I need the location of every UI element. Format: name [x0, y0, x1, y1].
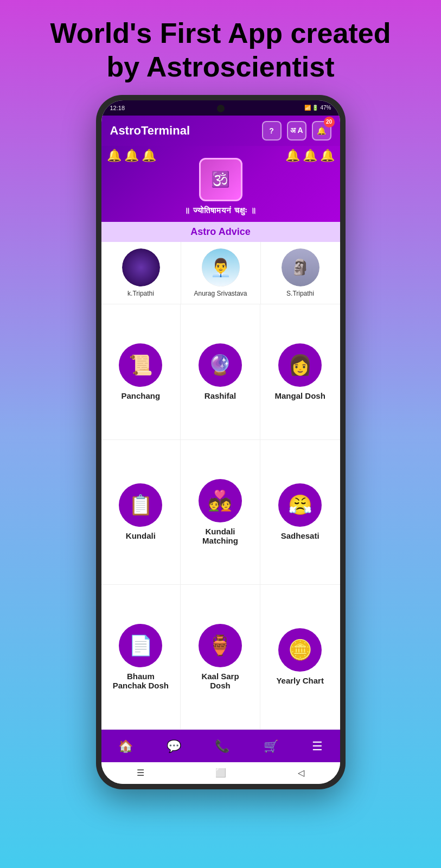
astrologer-name-0: k.Tripathi — [127, 290, 154, 297]
banner: 🔔 🔔 🔔 🔔 🔔 🔔 🕉️ ॥ ज्योतिषामयनं चक्षुः ॥ — [101, 146, 340, 222]
panchang-label: Panchang — [121, 391, 160, 400]
astrologer-name-1: Anurag Srivastava — [194, 290, 247, 297]
kundali-matching-label: Kundali Matching — [202, 527, 238, 545]
nav-chat[interactable]: 💬 — [167, 739, 181, 754]
astrologer-card-1[interactable]: 👨‍💼 Anurag Srivastava — [181, 242, 261, 304]
astrologer-card-2[interactable]: 🗿 S.Tripathi — [261, 242, 340, 304]
kaal-sarp-label: Kaal Sarp Dosh — [201, 672, 239, 690]
sys-nav-menu-icon: ☰ — [137, 768, 144, 778]
left-bells: 🔔 🔔 🔔 — [107, 149, 156, 163]
sys-nav-back-icon: ◁ — [298, 768, 304, 778]
language-button[interactable]: अ A — [287, 121, 306, 141]
notification-wrapper: 🔔 20 — [312, 121, 331, 141]
bhaum-panchak-icon: 📄 — [119, 624, 162, 667]
astrologer-avatar-1: 👨‍💼 — [202, 248, 240, 286]
mangal-dosh-icon: 👩 — [278, 343, 322, 387]
status-battery: 47% — [320, 105, 331, 111]
system-nav: ☰ ⬜ ◁ — [101, 762, 340, 784]
kundali-icon: 📋 — [119, 483, 162, 527]
app-title: AstroTerminal — [110, 124, 190, 138]
astrologer-avatar-0 — [122, 248, 160, 286]
kaal-sarp-icon: 🏺 — [199, 624, 242, 667]
astro-advice-header: Astro Advice — [101, 222, 340, 242]
rashifal-icon: 🔮 — [199, 343, 242, 387]
rashifal-label: Rashifal — [204, 391, 236, 400]
bhaum-panchak-label: Bhaum Panchak Dosh — [113, 672, 169, 690]
banner-bells: 🔔 🔔 🔔 🔔 🔔 🔔 — [101, 149, 340, 163]
notification-badge: 20 — [324, 117, 335, 127]
help-button[interactable]: ? — [262, 121, 282, 141]
kundali-label: Kundali — [126, 531, 156, 540]
headline-line2: by Astroscientist — [107, 51, 335, 82]
status-icons: 📶 🔋 — [304, 105, 319, 111]
banner-tagline: ॥ ज्योतिषामयनं चक्षुः ॥ — [184, 206, 257, 215]
mangal-dosh-label: Mangal Dosh — [274, 391, 325, 400]
sadhesati-label: Sadhesati — [281, 531, 319, 540]
sys-nav-home-icon: ⬜ — [215, 768, 226, 778]
feature-kundali[interactable]: 📋 Kundali — [101, 440, 181, 585]
astrologer-card-0[interactable]: k.Tripathi — [101, 242, 181, 304]
feature-panchang[interactable]: 📜 Panchang — [101, 304, 181, 440]
status-time: 12:18 — [110, 105, 125, 111]
astro-advice-title: Astro Advice — [190, 226, 250, 237]
nav-home[interactable]: 🏠 — [118, 739, 133, 754]
right-bells: 🔔 🔔 🔔 — [285, 149, 335, 163]
status-right: 📶 🔋 47% — [304, 105, 331, 111]
feature-grid: 📜 Panchang 🔮 Rashifal 👩 Mangal Dosh 📋 — [101, 304, 340, 730]
phone-notch — [217, 105, 225, 112]
headline: World's First App created by Astroscient… — [29, 0, 413, 95]
nav-menu[interactable]: ☰ — [312, 739, 323, 754]
feature-bhaum-panchak[interactable]: 📄 Bhaum Panchak Dosh — [101, 585, 181, 730]
phone-frame: 12:18 📶 🔋 47% AstroTerminal ? अ A 🔔 20 — [96, 95, 346, 789]
phone-screen: 12:18 📶 🔋 47% AstroTerminal ? अ A 🔔 20 — [101, 100, 340, 784]
astrologers-row: k.Tripathi 👨‍💼 Anurag Srivastava 🗿 S.Tri… — [101, 242, 340, 304]
header-icons: ? अ A 🔔 20 — [262, 121, 331, 141]
headline-line1: World's First App created — [50, 17, 391, 49]
yearly-chart-icon: 🪙 — [278, 628, 322, 672]
feature-kaal-sarp[interactable]: 🏺 Kaal Sarp Dosh — [181, 585, 260, 730]
feature-kundali-matching[interactable]: 💑 Kundali Matching — [181, 440, 260, 585]
feature-yearly-chart[interactable]: 🪙 Yearly Chart — [260, 585, 340, 730]
feature-sadhesati[interactable]: 😤 Sadhesati — [260, 440, 340, 585]
bottom-nav: 🏠 💬 📞 🛒 ☰ — [101, 730, 340, 762]
panchang-icon: 📜 — [119, 343, 162, 387]
nav-call[interactable]: 📞 — [215, 739, 229, 754]
app-header: AstroTerminal ? अ A 🔔 20 — [101, 116, 340, 146]
astrologer-name-2: S.Tripathi — [286, 290, 314, 297]
feature-rashifal[interactable]: 🔮 Rashifal — [181, 304, 260, 440]
yearly-chart-label: Yearly Chart — [276, 676, 324, 685]
sadhesati-icon: 😤 — [278, 483, 322, 527]
feature-mangal-dosh[interactable]: 👩 Mangal Dosh — [260, 304, 340, 440]
kundali-matching-icon: 💑 — [199, 479, 242, 522]
nav-cart[interactable]: 🛒 — [264, 739, 278, 754]
banner-logo: 🕉️ — [199, 158, 242, 201]
astrologer-avatar-2: 🗿 — [282, 248, 319, 286]
